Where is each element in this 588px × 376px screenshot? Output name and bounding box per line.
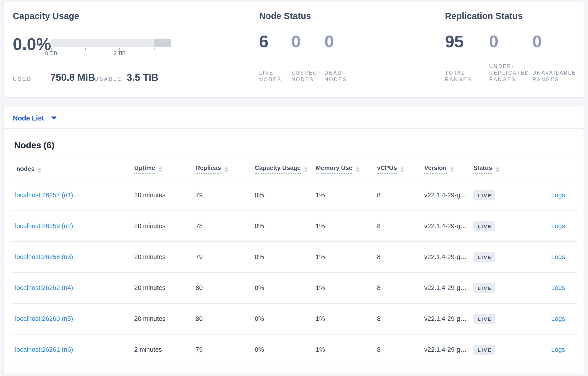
suspect-nodes-label: SUSPECT NODES [291,70,325,83]
node-list-dropdown[interactable]: Node List [13,114,44,122]
table-header-row: nodes Uptime Replicas Capacity Usage Mem… [11,158,577,180]
column-header-status[interactable]: Status [473,158,526,180]
status-badge: LIVE [473,221,495,231]
nodes-table-panel: Nodes (6) nodes Uptime Replicas Capacity… [3,129,584,374]
uptime-cell: 2 minutes [134,334,196,365]
caret-down-icon[interactable] [51,117,56,120]
replication-status-labels: TOTAL RANGES UNDER-REPLICATED RANGES UNA… [445,63,588,83]
status-badge: LIVE [473,190,495,200]
node-address-link[interactable]: localhost:26261 (n6) [15,346,73,353]
live-nodes-label: LIVE NODES [259,70,291,83]
vcpus-cell: 8 [377,180,424,210]
sort-arrows-icon[interactable] [450,167,454,172]
axis-tick [85,48,86,50]
dead-nodes-label: DEAD NODES [325,70,364,83]
replicas-cell: 78 [196,210,255,241]
logs-link[interactable]: Logs [551,284,565,291]
column-header-uptime[interactable]: Uptime [134,158,196,180]
total-ranges-value: 95 [445,31,489,52]
column-header-memory-use[interactable]: Memory Use [316,158,377,180]
node-status-title: Node Status [259,11,311,21]
sort-arrows-icon[interactable] [356,167,359,172]
cluster-summary-panel: Capacity Usage 0.0% 0 TiB 2 TiB USED750.… [3,2,584,97]
replicas-cell: 79 [196,180,255,210]
logs-link[interactable]: Logs [551,346,565,353]
suspect-nodes-value: 0 [291,31,325,52]
nodes-section-title: Nodes (6) [14,140,54,150]
sort-arrows-icon[interactable] [496,167,499,172]
table-row: localhost:26262 (n4) 20 minutes 80 0% 1%… [11,272,577,303]
table-row: localhost:26258 (n3) 20 minutes 79 0% 1%… [11,241,577,272]
column-header-replicas[interactable]: Replicas [196,158,255,180]
node-address-link[interactable]: localhost:26258 (n3) [15,253,73,260]
replicas-cell: 79 [196,241,255,272]
memory-use-cell: 1% [316,180,377,210]
node-address-link[interactable]: localhost:26260 (n5) [15,315,73,322]
column-header-capacity-usage[interactable]: Capacity Usage [255,158,316,180]
capacity-usage-cell: 0% [255,334,316,365]
live-nodes-value: 6 [259,31,291,52]
table-row: localhost:26259 (n2) 20 minutes 78 0% 1%… [11,210,577,241]
status-badge: LIVE [473,252,495,262]
axis-tick [119,48,120,50]
unavailable-ranges-value: 0 [532,31,588,52]
column-header-vcpus[interactable]: vCPUs [377,158,424,180]
memory-use-cell: 1% [316,334,377,365]
vcpus-cell: 8 [377,334,424,365]
version-cell: v22.1.4-29-g… [424,303,473,334]
version-cell: v22.1.4-29-g… [424,210,473,241]
node-address-link[interactable]: localhost:26257 (n1) [15,191,73,198]
logs-link[interactable]: Logs [551,315,565,322]
sort-arrows-icon[interactable] [159,167,162,172]
column-header-version[interactable]: Version [424,158,473,180]
sort-arrows-icon[interactable] [224,167,228,172]
capacity-usage-cell: 0% [255,272,316,303]
sort-arrows-icon[interactable] [38,168,42,173]
vcpus-cell: 8 [377,210,424,241]
version-cell: v22.1.4-29-g… [424,241,473,272]
axis-tick-label: 0 TiB [45,50,57,56]
uptime-cell: 20 minutes [134,180,196,210]
dead-nodes-value: 0 [325,31,364,52]
vcpus-cell: 8 [377,272,424,303]
uptime-cell: 20 minutes [134,241,196,272]
replication-status-title: Replication Status [445,11,523,21]
used-value: 750.8 MiB [50,72,94,84]
status-badge: LIVE [473,313,495,324]
node-status-values: 6 0 0 [259,31,364,52]
node-status-labels: LIVE NODES SUSPECT NODES DEAD NODES [259,63,364,83]
replicas-cell: 80 [196,303,255,334]
table-row: localhost:26260 (n5) 20 minutes 80 0% 1%… [11,303,577,334]
under-replicated-ranges-value: 0 [489,31,532,52]
memory-use-cell: 1% [316,241,377,272]
capacity-gauge-track [51,39,171,47]
unavailable-ranges-label: UNAVAILABLE RANGES [532,70,588,83]
view-selector-bar: Node List [3,107,584,129]
capacity-gauge: 0 TiB 2 TiB [51,39,171,56]
node-address-link[interactable]: localhost:26262 (n4) [15,284,73,291]
table-row: localhost:26261 (n6) 2 minutes 79 0% 1% … [11,334,577,365]
node-address-link[interactable]: localhost:26259 (n2) [15,222,73,230]
nodes-table: nodes Uptime Replicas Capacity Usage Mem… [11,158,577,365]
status-badge: LIVE [473,345,495,355]
capacity-usage-cell: 0% [255,210,316,241]
used-label: USED [13,76,50,82]
cluster-overview-page: Capacity Usage 0.0% 0 TiB 2 TiB USED750.… [0,0,588,376]
axis-tick [51,48,52,50]
logs-link[interactable]: Logs [551,253,565,260]
logs-link[interactable]: Logs [551,222,565,230]
logs-link[interactable]: Logs [551,191,565,198]
sort-arrows-icon[interactable] [304,167,308,172]
memory-use-cell: 1% [316,210,377,241]
status-badge: LIVE [473,283,495,293]
capacity-usage-cell: 0% [255,303,316,334]
under-replicated-ranges-label: UNDER-REPLICATED RANGES [489,63,532,83]
sort-arrows-icon[interactable] [400,167,404,172]
capacity-usage-cell: 0% [255,180,316,210]
total-ranges-label: TOTAL RANGES [445,70,489,83]
table-row: localhost:26257 (n1) 20 minutes 79 0% 1%… [11,180,577,210]
version-cell: v22.1.4-29-g… [424,180,473,210]
column-header-nodes[interactable]: nodes [11,158,134,180]
usable-value: 3.5 TiB [127,72,158,84]
memory-use-cell: 1% [316,303,377,334]
